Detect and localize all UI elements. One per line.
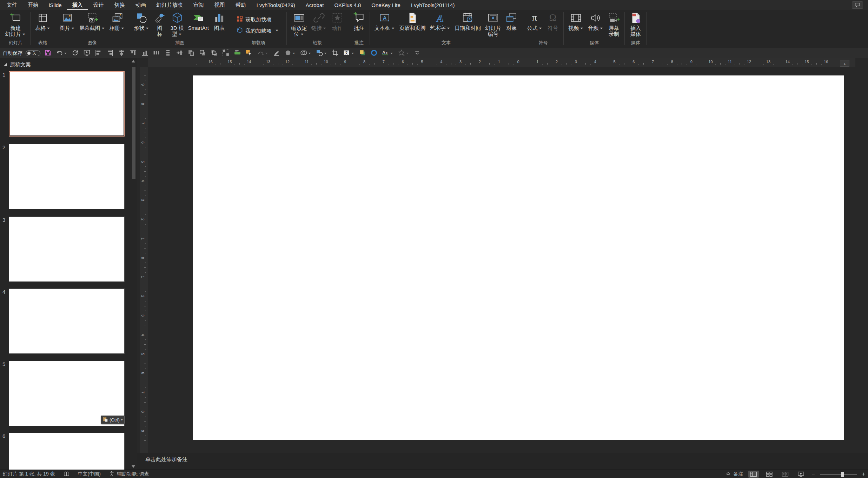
menu-tab-slide-show[interactable]: 幻灯片放映 [151, 0, 188, 10]
zoom-in-button[interactable]: + [862, 471, 865, 477]
menu-tab-design[interactable]: 设计 [88, 0, 109, 10]
qat-more-commands-button[interactable] [413, 49, 422, 58]
ribbon-button-table[interactable]: 表格▼ [33, 11, 53, 39]
slide-thumbnail-2[interactable] [9, 144, 125, 209]
menu-tab-file[interactable]: 文件 [1, 0, 22, 10]
ribbon-group-table: 表格▼表格 [31, 10, 55, 48]
section-header[interactable]: 原稿文案 [4, 61, 31, 68]
slideshow-view-button[interactable] [796, 471, 806, 478]
scroll-down-arrow[interactable] [132, 465, 135, 468]
menu-tab-help[interactable]: 帮助 [230, 0, 251, 10]
canvas-scroll-up-button[interactable]: ▴ [840, 60, 849, 67]
qat-shape-fill-button[interactable]: ▼ [284, 49, 297, 58]
menu-tab-review[interactable]: 审阅 [188, 0, 209, 10]
ribbon-button-chart[interactable]: 图表 [211, 11, 228, 39]
ribbon-group-items: 图片▼ 屏幕截图▼ 相册▼ [56, 10, 129, 39]
ribbon-button-store[interactable]: 获取加载项 [234, 15, 274, 24]
slide-thumbnail-3[interactable] [9, 217, 125, 282]
slide-thumbnail-4[interactable] [9, 288, 125, 354]
menu-tab-onekey-lite[interactable]: OneKey Lite [366, 0, 406, 10]
qat-undo-button[interactable]: ▼ [55, 49, 68, 58]
menu-tab-transitions[interactable]: 切换 [109, 0, 130, 10]
ribbon-button-screenshot[interactable]: 屏幕截图▼ [77, 11, 107, 39]
qat-bring-forward-button[interactable] [187, 49, 196, 58]
qat-group-objects-button[interactable] [221, 49, 230, 58]
menu-tab-lvyhtools-0429[interactable]: LvyhTools(0429) [251, 0, 300, 10]
ribbon-button-my-addins[interactable]: 我的加载项▼ [234, 27, 281, 35]
qat-crop-button[interactable] [331, 49, 339, 58]
slide-thumbnail-1[interactable] [9, 71, 125, 137]
ribbon-button-new-slide[interactable]: 新建 幻灯片▼ [3, 11, 28, 39]
ribbon-button-smartart[interactable]: SmartArt [186, 11, 211, 39]
qat-character-format-button[interactable]: Ax▼ [381, 49, 394, 58]
ribbon-button-picture[interactable]: 图片▼ [58, 11, 77, 39]
ribbon-button-new-comment[interactable]: 批注 [351, 11, 367, 39]
slide-sorter-view-button[interactable] [764, 471, 775, 478]
qat-insert-shapes-button[interactable]: ▼ [315, 49, 328, 58]
ribbon-button-wordart[interactable]: A 艺术字▼ [428, 11, 453, 39]
menu-tab-insert[interactable]: 插入 [67, 0, 88, 10]
ribbon-button-equation[interactable]: π 公式▼ [525, 11, 544, 39]
ribbon-button-insert-media[interactable]: 插入 媒体 [627, 11, 644, 39]
ribbon-button-slide-number[interactable]: # 幻灯片 编号 [483, 11, 503, 39]
menu-tab-view[interactable]: 视图 [209, 0, 230, 10]
ribbon-button-album[interactable]: 相册▼ [107, 11, 127, 39]
qat-select-objects-button[interactable] [245, 49, 253, 58]
ribbon-button-icons[interactable]: 图 标 [151, 11, 168, 39]
ribbon-button-video[interactable]: 视频▼ [566, 11, 586, 39]
ribbon-button-audio[interactable]: 音频▼ [586, 11, 605, 39]
menu-tab-islide[interactable]: iSlide [44, 0, 67, 10]
qat-text-direction-button[interactable]: 文▼ [342, 49, 355, 58]
ribbon-button-zoom-link[interactable]: 缩放定 位▼ [289, 11, 309, 39]
scroll-up-arrow[interactable] [132, 60, 135, 62]
thumbnails-scrollbar[interactable] [132, 67, 135, 179]
qat-bring-to-front-button[interactable] [210, 49, 219, 58]
qat-distribute-vertically-button[interactable] [164, 49, 172, 58]
menu-tab-animations[interactable]: 动画 [130, 0, 151, 10]
qat-align-left-button[interactable] [94, 49, 103, 58]
qat-selection-pane-button[interactable] [233, 49, 242, 58]
qat-align-bottom-button[interactable] [140, 49, 149, 58]
qat-save-button[interactable] [44, 49, 52, 58]
menu-tab-lvyhtools-201114[interactable]: LvyhTools(201114) [406, 0, 460, 10]
slide-thumbnail-6[interactable] [9, 433, 125, 470]
qat-distribute-horizontally-button[interactable] [152, 49, 161, 58]
notes-pane[interactable]: 单击此处添加备注 [137, 453, 868, 470]
qat-align-top-button[interactable] [129, 49, 138, 58]
ribbon-button-date-time[interactable]: 日期和时间 [452, 11, 483, 39]
qat-align-center-button[interactable] [117, 49, 126, 58]
reading-view-button[interactable] [780, 471, 790, 478]
menu-tab-home[interactable]: 开始 [22, 0, 44, 10]
ribbon-button-text-box[interactable]: A 文本框▼ [372, 11, 397, 39]
slide-editing-area[interactable] [193, 75, 844, 440]
qat-fill-color-button[interactable] [358, 49, 367, 58]
qat-repeat-button[interactable] [71, 49, 80, 58]
ruler-number: 15 [227, 60, 232, 64]
qat-format-painter-button[interactable] [272, 49, 281, 58]
ribbon-button-shapes[interactable]: 形状▼ [132, 11, 151, 39]
qat-outline-color-button[interactable] [370, 49, 378, 58]
notes-toggle-button[interactable]: 备注 [725, 471, 743, 477]
zoom-out-button[interactable]: − [811, 471, 815, 477]
menu-tab-acrobat[interactable]: Acrobat [300, 0, 329, 10]
qat-align-right-button[interactable] [106, 49, 114, 58]
comments-button[interactable] [852, 1, 863, 9]
ribbon-button-screen-record[interactable]: 屏幕 录制 [605, 11, 622, 39]
qat-send-backward-button[interactable] [198, 49, 207, 58]
qat-start-slideshow-button[interactable] [82, 49, 91, 58]
ribbon-button-object[interactable]: 对象 [503, 11, 520, 39]
accessibility-status[interactable]: 辅助功能: 调查 [109, 471, 149, 477]
qat-align-middle-button[interactable] [175, 49, 184, 58]
spell-check-icon[interactable] [64, 471, 69, 477]
autosave-toggle[interactable]: 关 [26, 51, 40, 56]
zoom-slider[interactable] [820, 471, 857, 478]
qat-merge-shapes-button[interactable]: ▼ [299, 49, 312, 58]
language-indicator[interactable]: 中文(中国) [78, 471, 101, 477]
ribbon-group-label: 文本 [371, 39, 522, 48]
ribbon-button-3d-model[interactable]: 3D 模 型▼ [168, 11, 186, 39]
ribbon-button-header-footer[interactable]: 页眉和页脚 [397, 11, 428, 39]
menu-tab-okplus-4-8[interactable]: OKPlus 4.8 [329, 0, 366, 10]
zoom-slider-thumb[interactable] [841, 472, 844, 477]
paste-options-button[interactable]: (Ctrl) ▾ [101, 416, 125, 424]
normal-view-button[interactable] [748, 471, 759, 478]
